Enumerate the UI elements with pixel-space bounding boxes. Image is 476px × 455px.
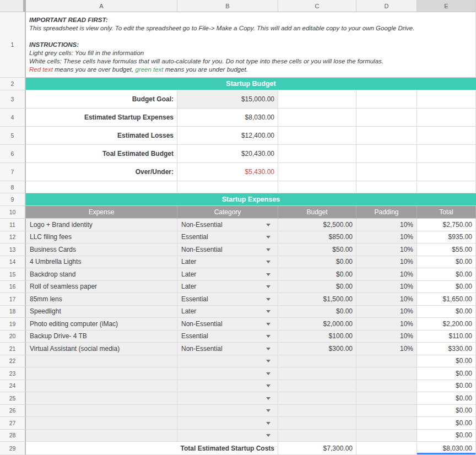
cell-expense-A13[interactable]: Business Cards xyxy=(26,243,177,256)
cell-expense-A14[interactable]: 4 Umbrella Lights xyxy=(26,256,177,269)
dropdown-arrow-icon[interactable] xyxy=(266,298,271,301)
row-header-15[interactable]: 15 xyxy=(0,268,26,281)
cell-C8[interactable] xyxy=(278,181,356,193)
cell-label-A3[interactable]: Budget Goal: xyxy=(26,90,177,109)
dropdown-arrow-icon[interactable] xyxy=(266,397,271,400)
row-header-25[interactable]: 25 xyxy=(0,392,26,405)
cell-category-B22[interactable] xyxy=(177,355,278,368)
cell-E7[interactable] xyxy=(417,163,476,181)
cell-label-A7[interactable]: Over/Under: xyxy=(26,163,177,181)
dropdown-arrow-icon[interactable] xyxy=(266,224,271,226)
cell-total-E12[interactable]: $935.00 xyxy=(417,231,476,244)
row-header-10[interactable]: 10 xyxy=(0,206,26,219)
cell-budget-C28[interactable] xyxy=(278,430,356,442)
cell-D5[interactable] xyxy=(356,127,417,145)
cell-D3[interactable] xyxy=(356,90,417,109)
cell-total-E13[interactable]: $55.00 xyxy=(417,243,476,256)
column-header-D[interactable]: D xyxy=(356,0,417,12)
header-total[interactable]: Total xyxy=(417,206,476,219)
cell-total-E27[interactable]: $0.00 xyxy=(417,417,476,430)
cell-total-E26[interactable]: $0.00 xyxy=(417,405,476,418)
row-header-21[interactable]: 21 xyxy=(0,343,26,355)
cell-E8[interactable] xyxy=(417,181,476,193)
cell-budget-C21[interactable]: $300.00 xyxy=(278,343,356,355)
cell-expense-A24[interactable] xyxy=(26,380,177,393)
cell-E3[interactable] xyxy=(417,90,476,109)
cell-expense-A20[interactable]: Backup Drive- 4 TB xyxy=(26,331,177,343)
cell-total-E22[interactable]: $0.00 xyxy=(417,355,476,368)
cell-B8[interactable] xyxy=(177,181,278,193)
cell-total-E25[interactable]: $0.00 xyxy=(417,392,476,405)
cell-total-E15[interactable]: $0.00 xyxy=(417,268,476,281)
select-all-corner[interactable] xyxy=(0,0,26,12)
cell-expense-A26[interactable] xyxy=(26,405,177,418)
cell-C6[interactable] xyxy=(278,145,356,163)
cell-expense-A17[interactable]: 85mm lens xyxy=(26,293,177,306)
cell-expense-A19[interactable]: Photo editing computer (iMac) xyxy=(26,318,177,331)
startup-budget-title-cell[interactable]: Startup Budget xyxy=(26,78,476,90)
cell-category-B18[interactable]: Later xyxy=(177,306,278,318)
dropdown-arrow-icon[interactable] xyxy=(266,335,271,338)
cell-budget-C27[interactable] xyxy=(278,417,356,430)
row-header-7[interactable]: 7 xyxy=(0,163,26,181)
dropdown-arrow-icon[interactable] xyxy=(266,434,271,437)
cell-expense-A23[interactable] xyxy=(26,367,177,380)
cell-expense-A18[interactable]: Speedlight xyxy=(26,306,177,318)
cell-E4[interactable] xyxy=(417,109,476,127)
row-header-8[interactable]: 8 xyxy=(0,181,26,193)
column-header-A[interactable]: A xyxy=(26,0,177,12)
cell-instructions[interactable]: IMPORTANT READ FIRST: This spreadsheet i… xyxy=(26,12,476,78)
dropdown-arrow-icon[interactable] xyxy=(266,285,271,288)
cell-category-B12[interactable]: Essential xyxy=(177,231,278,244)
cell-budget-C14[interactable]: $0.00 xyxy=(278,256,356,269)
dropdown-arrow-icon[interactable] xyxy=(266,323,271,326)
cell-total-E11[interactable]: $2,750.00 xyxy=(417,219,476,231)
header-budget[interactable]: Budget xyxy=(278,206,356,219)
row-header-11[interactable]: 11 xyxy=(0,219,26,231)
cell-value-B5[interactable]: $12,400.00 xyxy=(177,127,278,145)
cell-padding-D13[interactable]: 10% xyxy=(356,243,417,256)
row-header-19[interactable]: 19 xyxy=(0,318,26,331)
cell-expense-A12[interactable]: LLC filing fees xyxy=(26,231,177,244)
cell-C7[interactable] xyxy=(278,163,356,181)
cell-padding-D14[interactable]: 10% xyxy=(356,256,417,269)
cell-padding-D22[interactable] xyxy=(356,355,417,368)
cell-total-E24[interactable]: $0.00 xyxy=(417,380,476,393)
cell-total-E28[interactable]: $0.00 xyxy=(417,430,476,442)
cell-padding-D23[interactable] xyxy=(356,367,417,380)
cell-budget-C23[interactable] xyxy=(278,367,356,380)
cell-padding-total[interactable] xyxy=(356,442,417,455)
cell-expense-A22[interactable] xyxy=(26,355,177,368)
dropdown-arrow-icon[interactable] xyxy=(266,348,271,350)
cell-budget-total[interactable]: $7,300.00 xyxy=(278,442,356,455)
cell-total-E19[interactable]: $2,200.00 xyxy=(417,318,476,331)
cell-category-B19[interactable]: Non-Essential xyxy=(177,318,278,331)
startup-expenses-title-cell[interactable]: Startup Expenses xyxy=(26,193,476,206)
cell-value-B7[interactable]: $5,430.00 xyxy=(177,163,278,181)
dropdown-arrow-icon[interactable] xyxy=(266,409,271,412)
cell-budget-C20[interactable]: $100.00 xyxy=(278,331,356,343)
column-header-C[interactable]: C xyxy=(278,0,356,12)
cell-total-E23[interactable]: $0.00 xyxy=(417,367,476,380)
cell-padding-D27[interactable] xyxy=(356,417,417,430)
cell-expense-A15[interactable]: Backdrop stand xyxy=(26,268,177,281)
cell-expense-A25[interactable] xyxy=(26,392,177,405)
cell-category-B24[interactable] xyxy=(177,380,278,393)
row-header-6[interactable]: 6 xyxy=(0,145,26,163)
cell-C3[interactable] xyxy=(278,90,356,109)
cell-label-A5[interactable]: Estimated Losses xyxy=(26,127,177,145)
dropdown-arrow-icon[interactable] xyxy=(266,360,271,362)
dropdown-arrow-icon[interactable] xyxy=(266,236,271,239)
cell-budget-C11[interactable]: $2,500.00 xyxy=(278,219,356,231)
cell-padding-D20[interactable]: 10% xyxy=(356,331,417,343)
cell-budget-C25[interactable] xyxy=(278,392,356,405)
cell-category-B21[interactable]: Non-Essential xyxy=(177,343,278,355)
cell-category-B27[interactable] xyxy=(177,417,278,430)
row-header-18[interactable]: 18 xyxy=(0,306,26,318)
dropdown-arrow-icon[interactable] xyxy=(266,261,271,263)
cell-D6[interactable] xyxy=(356,145,417,163)
cell-category-B16[interactable]: Later xyxy=(177,281,278,294)
cell-padding-D11[interactable]: 10% xyxy=(356,219,417,231)
row-header-20[interactable]: 20 xyxy=(0,331,26,343)
header-padding[interactable]: Padding xyxy=(356,206,417,219)
